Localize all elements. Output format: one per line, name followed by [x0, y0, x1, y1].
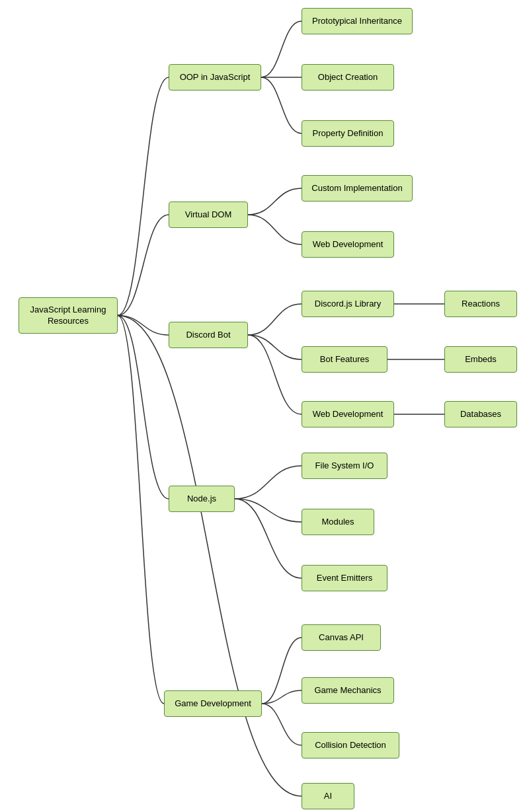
node-oop: OOP in JavaScript	[169, 64, 261, 91]
node-objCreate: Object Creation	[302, 64, 394, 91]
node-propDef: Property Definition	[302, 120, 394, 147]
node-botFeatures: Bot Features	[302, 346, 387, 373]
node-webDev1: Web Development	[302, 231, 394, 258]
node-ai: AI	[302, 783, 354, 809]
node-eventEmit: Event Emitters	[302, 565, 387, 591]
node-collision: Collision Detection	[302, 732, 399, 758]
mindmap-canvas: JavaScript Learning ResourcesOOP in Java…	[0, 0, 529, 812]
node-modules: Modules	[302, 509, 374, 535]
node-embeds: Embeds	[444, 346, 517, 373]
node-root: JavaScript Learning Resources	[19, 297, 118, 334]
node-discordLib: Discord.js Library	[302, 291, 394, 317]
node-proto: Prototypical Inheritance	[302, 8, 413, 34]
node-nodejs: Node.js	[169, 486, 235, 512]
node-canvasAPI: Canvas API	[302, 624, 381, 651]
node-reactions: Reactions	[444, 291, 517, 317]
node-gameMech: Game Mechanics	[302, 677, 394, 704]
node-vdom: Virtual DOM	[169, 202, 248, 228]
node-discord: Discord Bot	[169, 322, 248, 348]
node-gameDev: Game Development	[164, 690, 262, 717]
node-customImpl: Custom Implementation	[302, 175, 413, 202]
node-databases: Databases	[444, 401, 517, 427]
node-fileIO: File System I/O	[302, 453, 387, 479]
node-webDev2: Web Development	[302, 401, 394, 427]
